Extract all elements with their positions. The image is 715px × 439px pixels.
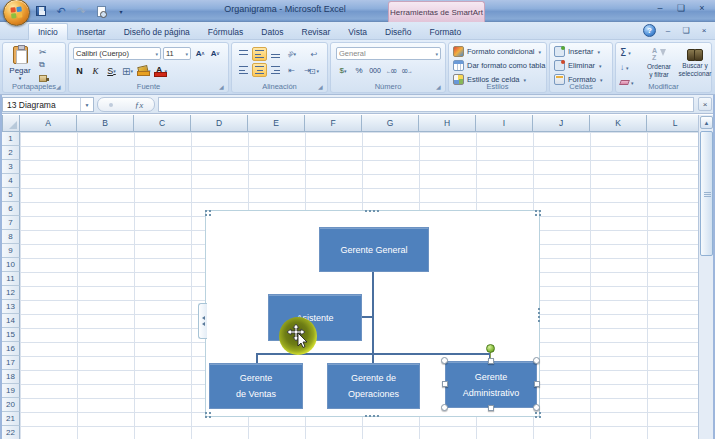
align-center-button[interactable] — [252, 63, 267, 77]
font-name-combo[interactable]: Calibri (Cuerpo)▾ — [73, 47, 161, 60]
row-header-15[interactable]: 15 — [2, 328, 20, 342]
column-header-A[interactable]: A — [20, 115, 77, 132]
cells-button-eliminar[interactable]: Eliminar▾ — [554, 60, 602, 71]
row-header-18[interactable]: 18 — [2, 370, 20, 384]
column-header-K[interactable]: K — [590, 115, 647, 132]
name-box[interactable]: 13 Diagrama ▼ — [2, 97, 94, 112]
decrease-decimal-button[interactable]: 00→ — [400, 64, 414, 77]
print-preview-button[interactable] — [93, 4, 109, 19]
tab-fórmulas[interactable]: Fórmulas — [199, 23, 252, 40]
scrollbar-thumb[interactable] — [700, 131, 713, 256]
style-button-dar-formato-como-tabla[interactable]: Dar formato como tabla▾ — [453, 60, 552, 71]
column-header-B[interactable]: B — [77, 115, 134, 132]
row-header-19[interactable]: 19 — [2, 384, 20, 398]
row-header-11[interactable]: 11 — [2, 272, 20, 286]
selection-handle-corner[interactable] — [441, 404, 448, 411]
vertical-scrollbar[interactable]: ▲ — [698, 115, 713, 439]
node-gerente-operaciones[interactable]: Gerente deOperaciones — [327, 363, 420, 409]
row-header-1[interactable]: 1 — [2, 132, 20, 146]
autosum-button[interactable]: Σ▾ — [620, 46, 634, 59]
align-bottom-button[interactable] — [268, 47, 283, 61]
borders-button[interactable]: ⊞▾ — [121, 64, 134, 78]
restore-button[interactable]: ❏ — [674, 3, 688, 13]
column-header-F[interactable]: F — [305, 115, 362, 132]
percent-button[interactable]: % — [352, 64, 366, 77]
node-gerente-administrativo[interactable]: GerenteAdministrativo — [445, 361, 537, 408]
workbook-close-button[interactable]: × — [698, 26, 710, 35]
row-header-21[interactable]: 21 — [2, 412, 20, 426]
row-header-20[interactable]: 20 — [2, 398, 20, 412]
scroll-up-button[interactable]: ▲ — [700, 116, 713, 129]
canvas-handle-corner[interactable] — [204, 209, 211, 216]
select-all-corner[interactable] — [2, 115, 20, 132]
selection-handle-corner[interactable] — [533, 404, 540, 411]
tab-revisar[interactable]: Revisar — [293, 23, 340, 40]
row-header-4[interactable]: 4 — [2, 174, 20, 188]
merge-center-button[interactable]: ⊡▾ — [305, 64, 323, 78]
align-left-button[interactable] — [236, 63, 251, 77]
help-button[interactable]: ? — [643, 24, 656, 37]
underline-button[interactable]: S▾ — [105, 64, 118, 78]
currency-button[interactable]: $▾ — [336, 64, 350, 77]
dialog-launcher-icon[interactable]: ◢ — [219, 84, 226, 91]
column-header-I[interactable]: I — [476, 115, 533, 132]
column-header-E[interactable]: E — [248, 115, 305, 132]
row-header-22[interactable]: 22 — [2, 426, 20, 439]
office-button[interactable] — [3, 0, 30, 26]
dialog-launcher-icon[interactable]: ◢ — [56, 84, 63, 91]
row-header-3[interactable]: 3 — [2, 160, 20, 174]
wrap-text-button[interactable]: ↩ — [305, 47, 323, 61]
column-header-J[interactable]: J — [533, 115, 590, 132]
row-header-2[interactable]: 2 — [2, 146, 20, 160]
selection-handle-edge[interactable] — [534, 381, 540, 387]
number-format-combo[interactable]: General▾ — [336, 47, 441, 60]
dialog-launcher-icon[interactable]: ◢ — [318, 84, 325, 91]
row-header-7[interactable]: 7 — [2, 216, 20, 230]
fill-color-button[interactable]: ▾ — [137, 64, 151, 78]
row-header-8[interactable]: 8 — [2, 230, 20, 244]
bold-button[interactable]: N — [73, 64, 86, 78]
chevron-down-icon[interactable]: ▼ — [80, 98, 93, 111]
workbook-restore-button[interactable]: ❏ — [680, 26, 692, 35]
cut-button[interactable]: ✂ — [37, 46, 59, 58]
italic-button[interactable]: K — [89, 64, 102, 78]
orientation-button[interactable]: ab▾ — [284, 47, 299, 61]
row-header-6[interactable]: 6 — [2, 202, 20, 216]
cells-button-insertar[interactable]: Insertar▾ — [554, 46, 602, 57]
fill-button[interactable]: ↓▾ — [620, 61, 634, 74]
tab-insertar[interactable]: Insertar — [68, 23, 115, 40]
align-right-button[interactable] — [268, 63, 283, 77]
column-header-C[interactable]: C — [134, 115, 191, 132]
node-gerente-general[interactable]: Gerente General — [319, 227, 429, 272]
smartart-canvas[interactable]: Gerente General Asistente Gerentede Vent… — [205, 210, 540, 417]
save-button[interactable] — [33, 4, 49, 19]
row-header-13[interactable]: 13 — [2, 300, 20, 314]
row-header-14[interactable]: 14 — [2, 314, 20, 328]
canvas-handle-corner[interactable] — [204, 411, 211, 418]
column-header-D[interactable]: D — [191, 115, 248, 132]
column-header-H[interactable]: H — [419, 115, 476, 132]
canvas-handle-top[interactable] — [364, 209, 380, 213]
row-header-17[interactable]: 17 — [2, 356, 20, 370]
column-header-L[interactable]: L — [647, 115, 698, 132]
node-gerente-ventas[interactable]: Gerentede Ventas — [209, 363, 303, 409]
copy-button[interactable]: ⧉ — [37, 59, 59, 71]
row-header-5[interactable]: 5 — [2, 188, 20, 202]
canvas-handle-corner[interactable] — [534, 411, 541, 418]
style-button-formato-condicional[interactable]: Formato condicional▾ — [453, 46, 552, 57]
grow-font-button[interactable]: A˄ — [193, 47, 207, 60]
shrink-font-button[interactable]: A˅ — [208, 47, 222, 60]
tab-formato[interactable]: Formato — [421, 23, 471, 40]
tab-vista[interactable]: Vista — [339, 23, 376, 40]
close-pane-button[interactable]: × — [698, 97, 712, 111]
align-middle-button[interactable] — [252, 47, 267, 61]
column-header-G[interactable]: G — [362, 115, 419, 132]
decrease-indent-button[interactable]: ⇤ — [284, 63, 299, 77]
canvas-handle-corner[interactable] — [534, 209, 541, 216]
row-header-12[interactable]: 12 — [2, 286, 20, 300]
tab-diseño[interactable]: Diseño — [376, 23, 420, 40]
align-top-button[interactable] — [236, 47, 251, 61]
close-button[interactable]: × — [695, 3, 709, 13]
undo-button[interactable]: ↶ — [53, 4, 69, 19]
selection-handle-edge[interactable] — [488, 405, 494, 411]
